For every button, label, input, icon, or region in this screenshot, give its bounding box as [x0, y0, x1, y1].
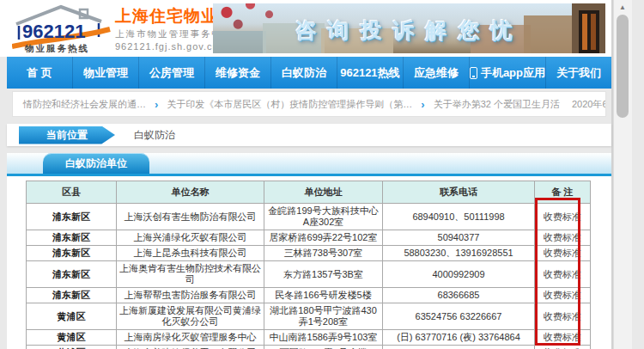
- col-header-address: 单位地址: [264, 181, 383, 204]
- table-row: 浦东新区 上海上昆杀虫科技有限公司 三林路738号307室 58803230、1…: [27, 246, 591, 261]
- cell-district: 黄浦区: [27, 346, 117, 349]
- 962121-logo[interactable]: 962121 物业服务热线: [12, 3, 113, 57]
- col-header-phone: 联系电话: [383, 181, 535, 204]
- cell-district: 黄浦区: [27, 303, 117, 330]
- nav-item-mobile-app[interactable]: 手机app应用: [469, 57, 545, 89]
- site-title-block: 上海住宅物业网 上海市物业管理事务中心 962121.fgj.sh.gov.cn: [115, 6, 218, 53]
- table-row: 浦东新区 上海兴浦绿化灭蚁有限公司 居家桥路699弄22号102室 509403…: [27, 230, 591, 246]
- cell-phone: 4000992909: [383, 261, 535, 288]
- fee-standard-link[interactable]: 收费标准: [544, 311, 581, 321]
- tab-bar: 白蚁防治单位: [7, 153, 611, 176]
- scrollbar-thumb[interactable]: [617, 15, 629, 118]
- hotline-number: 962121: [22, 21, 85, 42]
- scroll-up-arrow-icon[interactable]: ▲: [613, 3, 632, 13]
- main-content: 区县 单位名称 单位地址 联系电话 备 注 浦东新区 上海沃创有害生物防治有限公…: [7, 176, 611, 349]
- nav-item-hotline[interactable]: 962121热线: [337, 57, 403, 89]
- cell-unit-name: 上海永善建筑保养工程有限公司: [117, 346, 264, 349]
- arrow-separator-icon: ›: [155, 98, 158, 111]
- cell-phone: 63524756 63226667: [383, 303, 535, 330]
- arrow-separator-icon: ›: [421, 98, 424, 111]
- cell-phone: 68940910、50111998: [383, 204, 535, 230]
- fee-standard-link[interactable]: 收费标准: [544, 232, 581, 242]
- cell-remark: 收费标准: [535, 230, 591, 246]
- cell-address: 金皖路199号大族科技中心A座302室: [264, 204, 383, 230]
- main-nav: 首 页 物业管理 公房管理 维修资金 白蚁防治 962121热线 应急维修 手机…: [7, 57, 611, 89]
- cell-phone: (日) 63770716 (夜) 33764864: [383, 330, 535, 346]
- cell-address: 中山南路1586弄9号103室: [264, 330, 383, 346]
- termite-units-table: 区县 单位名称 单位地址 联系电话 备 注 浦东新区 上海沃创有害生物防治有限公…: [26, 181, 591, 349]
- tab-termite-units[interactable]: 白蚁防治单位: [43, 153, 149, 174]
- cell-remark: 收费标准: [535, 346, 591, 349]
- nav-item-repair-fund[interactable]: 维修资金: [204, 57, 270, 89]
- cell-district: 浦东新区: [27, 230, 117, 246]
- cell-address: 东方路1357号3B室: [264, 261, 383, 288]
- cell-phone: 68366685: [383, 288, 535, 303]
- fee-standard-link[interactable]: 收费标准: [544, 269, 581, 279]
- phone-icon: [470, 67, 477, 79]
- site-header: 962121 物业服务热线 上海住宅物业网 上海市物业管理事务中心 962121…: [0, 0, 611, 57]
- cell-remark: 收费标准: [535, 330, 591, 346]
- nav-item-public-housing[interactable]: 公房管理: [138, 57, 204, 89]
- cell-address: 湖北路180号甲宁波路430弄1号208室: [264, 303, 383, 330]
- nav-item-about-us[interactable]: 关于我们: [545, 57, 611, 89]
- site-subtitle: 上海市物业管理事务中心: [115, 27, 218, 40]
- cell-phone: 962121: [383, 346, 535, 349]
- col-header-remark: 备 注: [535, 181, 591, 204]
- news-link-2[interactable]: 关于印发《本市居民区（村）疫情防控管理操作导则（第…: [167, 98, 412, 111]
- fee-standard-link[interactable]: 收费标准: [544, 290, 581, 300]
- banner-image: 咨询投诉解您忧: [213, 3, 605, 53]
- page: 962121 物业服务热线 上海住宅物业网 上海市物业管理事务中心 962121…: [0, 0, 644, 349]
- cell-district: 黄浦区: [27, 330, 117, 346]
- cell-address: 三林路738号307室: [264, 246, 383, 261]
- fee-standard-link[interactable]: 收费标准: [544, 248, 581, 258]
- news-ticker: 情防控和经济社会发展的通… › 关于印发《本市居民区（村）疫情防控管理操作导则（…: [12, 91, 606, 117]
- cell-phone: 50940377: [383, 230, 535, 246]
- table-row: 黄浦区 上海新厦建设发展有限公司黄浦绿化灭蚁分公司 湖北路180号甲宁波路430…: [27, 303, 591, 330]
- cell-remark: 收费标准: [535, 303, 591, 330]
- nav-item-termite-control[interactable]: 白蚁防治: [270, 57, 337, 89]
- table-row: 黄浦区 上海南房绿化灭蚁管理服务中心 中山南路1586弄9号103室 (日) 6…: [27, 330, 591, 346]
- banner-slogan: 咨询投诉解您忧: [213, 16, 605, 45]
- table-row: 黄浦区 上海永善建筑保养工程有限公司 丽园路694弄1号底楼 962121 收费…: [27, 346, 591, 349]
- cell-unit-name: 上海沃创有害生物防治有限公司: [117, 204, 264, 230]
- cell-address: 民冬路166号研发楼5楼: [264, 288, 383, 303]
- breadcrumb-current: 白蚁防治: [134, 128, 175, 143]
- nav-item-property-mgmt[interactable]: 物业管理: [72, 57, 138, 89]
- news-link-3[interactable]: 关于举办第32 个爱国卫生月活: [434, 98, 560, 111]
- cell-remark: 收费标准: [535, 261, 591, 288]
- table-row: 浦东新区 上海帮帮虫害防治服务有限公司 民冬路166号研发楼5楼 6836668…: [27, 288, 591, 303]
- cell-unit-name: 上海兴浦绿化灭蚁有限公司: [117, 230, 264, 246]
- site-url: 962121.fgj.sh.gov.cn: [115, 40, 218, 53]
- nav-item-emergency-repair[interactable]: 应急维修: [403, 57, 469, 89]
- breadcrumb: 当前位置 白蚁防治: [7, 124, 611, 146]
- cell-district: 浦东新区: [27, 246, 117, 261]
- cell-remark: 收费标准: [535, 204, 591, 230]
- cell-phone: 58803230、13916928551: [383, 246, 535, 261]
- cell-unit-name: 上海帮帮虫害防治服务有限公司: [117, 288, 264, 303]
- fee-standard-link[interactable]: 收费标准: [544, 332, 581, 342]
- house-hotline-icon: 962121 物业服务热线: [12, 3, 113, 53]
- cell-remark: 收费标准: [535, 246, 591, 261]
- cell-district: 浦东新区: [27, 204, 117, 230]
- col-header-district: 区县: [27, 181, 117, 204]
- cell-address: 丽园路694弄1号底楼: [264, 346, 383, 349]
- table-header-row: 区县 单位名称 单位地址 联系电话 备 注: [27, 181, 591, 204]
- cell-unit-name: 上海新厦建设发展有限公司黄浦绿化灭蚁分公司: [117, 303, 264, 330]
- site-title: 上海住宅物业网: [115, 6, 218, 27]
- nav-item-label: 手机app应用: [481, 65, 545, 81]
- cell-district: 浦东新区: [27, 261, 117, 288]
- cell-district: 浦东新区: [27, 288, 117, 303]
- cell-remark: 收费标准: [535, 288, 591, 303]
- hotline-label: 物业服务热线: [24, 43, 89, 53]
- nav-item-home[interactable]: 首 页: [7, 57, 72, 89]
- news-link-1[interactable]: 情防控和经济社会发展的通…: [23, 98, 146, 111]
- fee-standard-link[interactable]: 收费标准: [544, 211, 581, 222]
- date-weather: 2020年6月1日 星期一 多云 22-29℃: [572, 98, 606, 111]
- cell-address: 居家桥路699弄22号102室: [264, 230, 383, 246]
- table-row: 浦东新区 上海沃创有害生物防治有限公司 金皖路199号大族科技中心A座302室 …: [27, 204, 591, 230]
- breadcrumb-label: 当前位置: [19, 126, 115, 144]
- cell-unit-name: 上海奥肯有害生物防控技术有限公司: [117, 261, 264, 288]
- cell-unit-name: 上海南房绿化灭蚁管理服务中心: [117, 330, 264, 346]
- col-header-unit-name: 单位名称: [117, 181, 264, 204]
- cell-unit-name: 上海上昆杀虫科技有限公司: [117, 246, 264, 261]
